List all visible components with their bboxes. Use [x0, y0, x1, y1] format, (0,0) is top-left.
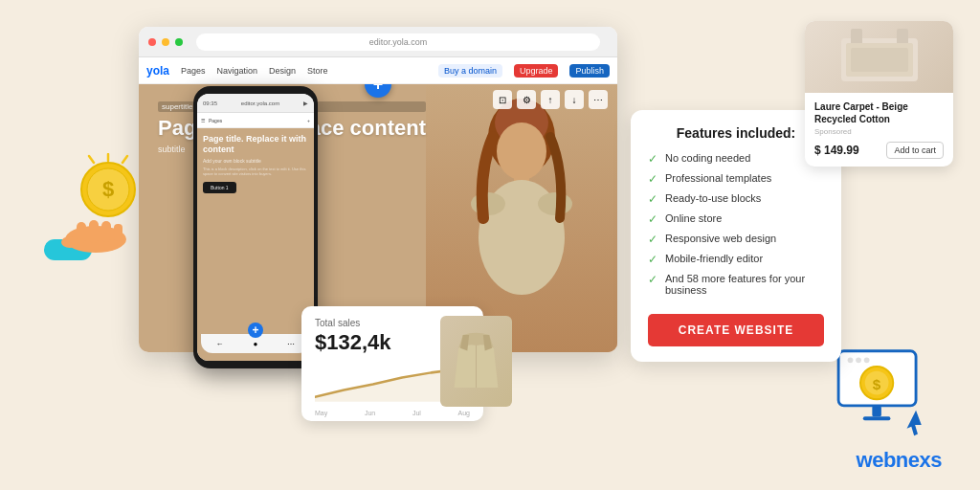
phone-mockup: 09:35 editor.yola.com ▶ ☰ Pages + Page t… [193, 86, 318, 368]
browser-add-button[interactable]: + [365, 84, 391, 98]
product-card-body: Laure Carpet - Beige Recycled Cotton Spo… [805, 93, 953, 167]
product-sponsored-label: Sponsored [814, 127, 944, 136]
product-card: Laure Carpet - Beige Recycled Cotton Spo… [805, 21, 953, 167]
phone-menu-icon[interactable]: ⋯ [287, 340, 295, 348]
phone-signal: ▶ [303, 100, 308, 106]
phone-nav-logo: ☰ [201, 118, 205, 123]
nav-navigation[interactable]: Navigation [217, 66, 258, 76]
browser-toolbar: ⊡ ⚙ ↑ ↓ ⋯ [493, 90, 608, 109]
monitor-coin-illustration: $ [834, 346, 944, 442]
svg-point-26 [848, 357, 854, 363]
browser-title-bar: editor.yola.com [139, 27, 617, 57]
check-icon-6: ✓ [648, 253, 657, 266]
yola-logo: yola [146, 64, 169, 78]
phone-cta-button[interactable]: Button 1 [203, 182, 236, 193]
browser-close-dot[interactable] [148, 38, 156, 46]
browser-url-bar[interactable]: editor.yola.com [196, 33, 600, 51]
svg-point-2 [497, 122, 546, 180]
browser-minimize-dot[interactable] [162, 38, 169, 46]
toolbar-icon-2[interactable]: ⚙ [517, 90, 536, 109]
phone-time: 09:35 [203, 100, 217, 106]
svg-text:$: $ [102, 177, 114, 201]
feature-item-7: ✓ And 58 more features for your business [648, 273, 824, 296]
toolbar-icon-3[interactable]: ↑ [541, 90, 560, 109]
toolbar-icon-more[interactable]: ⋯ [589, 90, 608, 109]
browser-maximize-dot[interactable] [175, 38, 183, 46]
webnexs-logo: webnexs [857, 448, 942, 473]
feature-item-5: ✓ Responsive web design [648, 233, 824, 246]
feature-item-1: ✓ No coding needed [648, 152, 824, 166]
check-icon-1: ✓ [648, 152, 657, 166]
svg-line-15 [89, 156, 94, 163]
feature-label-3: Ready-to-use blocks [665, 192, 761, 204]
publish-btn[interactable]: Publish [569, 64, 610, 78]
sales-card: Total sales $132,4k May Jun Jul Aug [301, 306, 483, 421]
feature-label-6: Mobile-friendly editor [665, 253, 763, 264]
phone-screen: 09:35 editor.yola.com ▶ ☰ Pages + Page t… [197, 94, 314, 361]
jacket-product-image [440, 316, 512, 407]
hand-coin-illustration: $ [36, 153, 161, 278]
phone-back-icon[interactable]: ← [216, 340, 224, 348]
add-to-cart-button[interactable]: Add to cart [886, 142, 944, 159]
features-card-title: Features included: [648, 125, 824, 141]
svg-point-24 [61, 236, 78, 248]
feature-item-3: ✓ Ready-to-use blocks [648, 192, 824, 206]
nav-store[interactable]: Store [307, 66, 328, 76]
svg-point-28 [864, 357, 870, 363]
check-icon-3: ✓ [648, 192, 657, 206]
svg-rect-20 [77, 222, 86, 243]
product-price: $ 149.99 [814, 144, 859, 157]
phone-nav-add[interactable]: + [307, 118, 310, 123]
svg-rect-22 [101, 221, 111, 242]
product-card-image [805, 21, 953, 93]
phone-nav-pages[interactable]: Pages [209, 118, 222, 123]
upgrade-btn[interactable]: Upgrade [514, 64, 559, 78]
product-name: Laure Carpet - Beige Recycled Cotton [814, 100, 944, 125]
phone-home-icon[interactable]: ● [254, 340, 258, 348]
phone-body-text: This is a block description, click on th… [203, 167, 308, 176]
nav-pages[interactable]: Pages [181, 66, 206, 76]
feature-label-4: Online store [665, 212, 722, 224]
feature-label-7: And 58 more features for your business [665, 273, 824, 296]
svg-line-17 [122, 156, 127, 163]
svg-rect-29 [872, 406, 881, 416]
feature-label-5: Responsive web design [665, 233, 776, 244]
feature-item-2: ✓ Professional templates [648, 172, 824, 186]
create-website-button[interactable]: CREATE WEBSITE [648, 314, 824, 346]
phone-hero-title: Page title. Replace it with content [203, 134, 308, 155]
svg-rect-23 [114, 224, 122, 241]
toolbar-icon-1[interactable]: ⊡ [493, 90, 512, 109]
product-card-footer: $ 149.99 Add to cart [814, 142, 944, 159]
check-icon-2: ✓ [648, 172, 657, 186]
sales-months: May Jun Jul Aug [315, 410, 470, 416]
feature-label-2: Professional templates [665, 172, 771, 184]
phone-add-button[interactable]: + [248, 323, 263, 338]
svg-rect-21 [89, 220, 99, 243]
nav-design[interactable]: Design [269, 66, 296, 76]
browser-nav: yola Pages Navigation Design Store Buy a… [139, 57, 617, 84]
toolbar-icon-4[interactable]: ↓ [565, 90, 584, 109]
buy-domain-btn[interactable]: Buy a domain [438, 64, 502, 78]
svg-point-27 [856, 357, 861, 363]
svg-rect-11 [851, 48, 908, 72]
svg-text:$: $ [873, 376, 881, 392]
check-icon-5: ✓ [648, 233, 657, 246]
phone-url: editor.yola.com [217, 100, 303, 106]
check-icon-7: ✓ [648, 273, 657, 286]
feature-label-1: No coding needed [665, 152, 750, 164]
feature-item-4: ✓ Online store [648, 212, 824, 226]
svg-marker-34 [907, 411, 922, 436]
feature-item-6: ✓ Mobile-friendly editor [648, 253, 824, 266]
svg-rect-30 [863, 416, 891, 420]
svg-point-6 [538, 192, 572, 215]
phone-top-bar: 09:35 editor.yola.com ▶ [197, 94, 314, 113]
check-icon-4: ✓ [648, 212, 657, 226]
phone-hero-subtitle: Add your own block subtitle [203, 158, 308, 164]
phone-nav-bar: ☰ Pages + [197, 113, 314, 128]
